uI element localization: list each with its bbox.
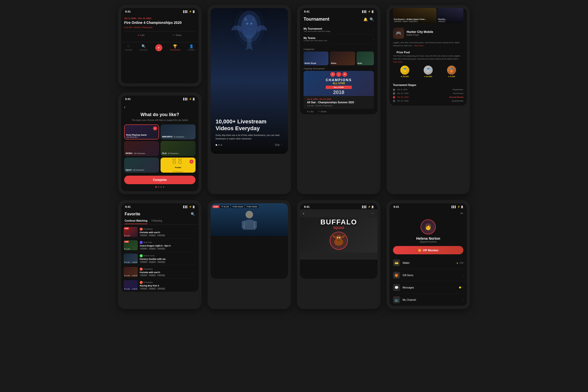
view-more-1[interactable]: View more [414,44,424,47]
stream-item-2[interactable]: LIVE 👁 3,125 Anie Anie Avara Dragon nigh… [124,239,196,252]
discover-label: Discover [140,49,148,51]
tab-continue-watching[interactable]: Continue Watching [125,218,148,224]
stream-more-4[interactable]: ⋮ [193,271,196,273]
stream-views-2: 👁 3,125 [124,248,130,250]
my-tournament-row[interactable]: My Tournament You don't have matches tod… [304,25,374,35]
back-button[interactable]: ‹ [124,105,195,109]
wifi-icon-9: ⚡ [457,206,460,208]
stage-registration: Otc 8, 2020 Registration [393,88,463,91]
tag-english-4: English [149,274,156,276]
wifi-icon-5: ⚡ [189,206,192,208]
my-teams-row[interactable]: My Teams Create your first team now › [304,35,374,44]
channel-icon: 📺 [393,296,400,303]
skip-label: Skip [275,143,280,146]
profile-content: ✏ 👩 Helena Norton @gaylord.juliana 👑 VIP… [389,209,467,306]
menu-gift-items[interactable]: 🎁 Gift Items › [389,269,467,281]
genre-mmorpg[interactable]: MMORPG 52 Streamers [161,124,195,139]
card1-actions: ♥ Like ↗ Share [124,34,195,36]
menu-wallet[interactable]: 💳 Wallet ● 255 [389,257,467,269]
category-moba[interactable]: Moba [330,52,355,65]
status-bar-6: 9:41 ▌▌▌ ⚡ ▓ [300,8,377,14]
category-auto[interactable]: Auto [357,52,374,65]
tab-following[interactable]: Following [152,218,162,224]
genre-rpg-name: Role-Playing Game [126,134,147,136]
nav-profiles[interactable]: 👤 Profiles [188,44,195,51]
favorite-search-icon[interactable]: 🔍 [191,212,195,216]
messages-icon: 💬 [393,284,400,291]
search-icon[interactable]: 🔍 [370,17,374,21]
vip-button[interactable]: 👑 VIP Member [393,246,463,254]
game-info: Hunter City Mobile Battle Royal [407,30,433,36]
bell-icon[interactable]: 🔔 [363,17,368,21]
svg-point-3 [250,23,252,25]
stream-more-5[interactable]: ⋮ [193,284,196,287]
genre-rpg-check: ✓ [153,126,157,130]
stream-info-5: Pewdiepie Racing Boy Part 3 Fortnite Eng… [140,281,191,290]
game-description: sagittis, ante felis commodo ipsum, sed … [389,41,467,47]
genre-moba[interactable]: MOBA 156 Streamers [124,141,159,156]
menu-wallet-right: ● 255 [457,262,463,264]
like-action[interactable]: ♥ Like [138,34,145,36]
menu-messages-left: 💬 Messages [393,284,414,291]
back-arrow-4[interactable]: ‹ [303,211,304,215]
view-more-2[interactable]: View more [393,61,403,63]
stream-list: LIVE 👁 3,125 Pewdiepie Fortnite with me!… [121,225,199,292]
menu-messages[interactable]: 💬 Messages › [389,281,467,294]
championships-title: Fire Online 4 Championships 2020 [124,21,195,25]
category-battle[interactable]: Battle Royal [304,52,328,65]
tournament-header-icons: 🔔 🔍 [363,17,374,21]
crown-icon: 👑 [418,249,421,252]
battery-icon: ▓ [193,10,194,13]
progress-dots [216,144,222,146]
stages-section: Tournament Stages Otc 8, 2020 Registrati… [389,83,467,106]
stage-info-3: Otc 20, 2020 Second Round [397,96,463,98]
genre-puzzle[interactable]: Puzzle 22 Streamers ✓ [161,158,195,173]
nav-tournament[interactable]: 🏆 Tournament [170,44,180,51]
stream-tags-3: Fortnite English Farming [140,261,191,263]
stream-more-1[interactable]: ⋮ [193,231,196,233]
dot-page-1 [155,186,157,188]
tag-flashcar: Flash Car 2 [409,20,418,22]
genre-slg[interactable]: SLG 26 Streamers [161,141,195,156]
stream-more-2[interactable]: ⋮ [193,244,196,247]
stream-item-5[interactable]: 👁 3,125 3:45:05 Pewdiepie Racing Boy Par… [124,279,196,292]
tag-fortnite-3: Fortnite [140,261,148,263]
status-time-5: 9:41 [125,205,131,208]
tag-fortnite-2: Fortnite [140,248,148,250]
game-thumb-1[interactable]: First Round 1 - Buffalo Square Cham... B… [393,8,436,23]
menu-channel[interactable]: 📺 My Channel › [389,294,467,306]
svg-point-2 [246,23,248,25]
tag-bsc2020: BSC2020 [394,20,402,22]
wallet-icon: 💳 [393,259,400,266]
genre-sport[interactable]: Sport 156 Streamers [124,158,159,173]
complete-button[interactable]: Complete [124,176,195,184]
tourney-like[interactable]: ♥ Like [307,110,314,113]
card-pubg-live: LIVE 👁 36,235 PUBG Mobile PUBG Mobile [208,200,291,309]
skip-button[interactable]: Skip → [275,143,283,146]
nav-favorite[interactable]: ♡ Favorite [125,44,132,51]
share-action[interactable]: ↗ Share [172,34,181,36]
stream-item-1[interactable]: LIVE 👁 3,125 Pewdiepie Fortnite with me!… [124,225,196,239]
buffalo-content: ‹ ⋯ BUFFALO SQUAD [300,209,377,260]
stage-date-4: Otc 22, 2020 [397,100,409,102]
messages-chevron: › [463,286,463,289]
championships-content: Otc 8, 2020 - Otc 15, 2020 Fire Online 4… [121,14,199,42]
more-icon[interactable]: ⋯ [371,211,374,215]
stream-item-4[interactable]: 👁 3,125 3:45:05 Pewdiepie Fortnite with … [124,265,196,279]
my-tournament-sub: You don't have matches today [304,30,330,32]
game-thumb-2[interactable]: First Ro... BSC20... [437,8,464,23]
genre-rpg[interactable]: Role-Playing Game 142 Streamers ✓ [124,124,159,139]
nav-add[interactable]: + [155,44,162,51]
stream-item-3[interactable]: 👁 3,125 3:45:05 Antoni Guny Factory Zomb… [124,252,196,265]
stream-more-3[interactable]: ⋮ [193,257,196,260]
stage-date-1: Otc 8, 2020 [397,88,407,91]
viewers-number: 36,235 [224,206,229,208]
gift-chevron: › [463,274,463,277]
pubg-badges: LIVE 👁 36,235 PUBG Mobile PUBG Mobile [213,205,259,208]
genre-mmorpg-name: MMORPG [162,135,173,138]
tourney-share[interactable]: ↗ Share [318,110,327,113]
stream-title-2: Avara Dragon night 9 - Eps 5 [140,244,191,247]
nav-discover[interactable]: 🔍 Discover [140,44,148,51]
edit-icon[interactable]: ✏ [460,211,463,215]
stream-info-1: Pewdiepie Fortnite with me!!!! Fortnite … [140,228,191,236]
